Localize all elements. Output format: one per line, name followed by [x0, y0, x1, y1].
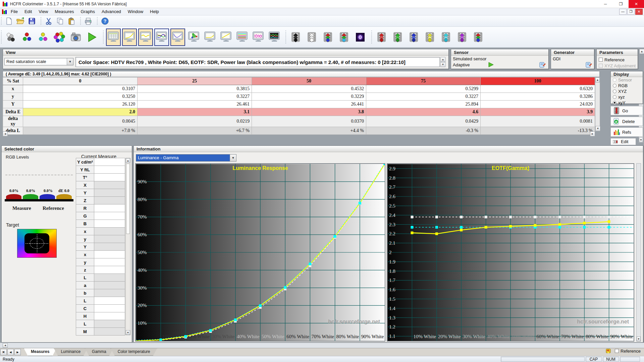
chevron-down-icon[interactable]: ▼ [67, 58, 73, 65]
pattern-cyan-button[interactable] [439, 28, 453, 46]
cell-y-75[interactable]: 25.894 [366, 101, 481, 108]
display-option-xyz[interactable]: xyz [611, 94, 643, 100]
capture-snapshot-button[interactable] [68, 28, 83, 46]
cell-delta-l-50[interactable]: +4.4 % [252, 127, 366, 135]
pattern-blue-button[interactable] [407, 28, 421, 46]
view-luminance-response-button[interactable] [122, 28, 137, 46]
tab-measures[interactable]: Measures [24, 348, 56, 356]
table-scroll-left-button[interactable]: ◄ [3, 131, 8, 136]
mdi-restore-button[interactable]: ❐ [627, 9, 635, 15]
info-spin-up-button[interactable]: ▲ [440, 57, 445, 62]
measure-secondary-colors-button[interactable] [36, 28, 51, 46]
radio-icon[interactable] [613, 84, 616, 87]
pattern-white-button[interactable] [305, 28, 319, 46]
cell-delta-xy-50[interactable]: 0.0370 [252, 116, 366, 127]
tab-gamma[interactable]: Gamma [85, 348, 113, 356]
cell-delta-e-0[interactable]: 2.0 [23, 108, 138, 116]
sat-column-header[interactable]: % Sat [3, 77, 23, 85]
hscroll-left-button[interactable]: ◄ [3, 343, 8, 348]
run-measures-button[interactable] [85, 28, 99, 46]
sensor-run-icon[interactable] [488, 62, 494, 67]
mdi-minimize-button[interactable]: — [619, 9, 627, 15]
information-scroll-down-icon[interactable]: ▼ [637, 337, 641, 341]
delete-button[interactable]: e Delete [610, 117, 643, 126]
maximize-button[interactable]: ❐ [613, 0, 629, 8]
information-scrollbar[interactable]: ▼ [636, 163, 641, 342]
prev-tab-button[interactable]: ◄ [7, 349, 14, 355]
display-option-xyy[interactable]: xyY [611, 100, 643, 106]
next-tab-button[interactable]: ► [14, 349, 21, 355]
sat-0-header[interactable]: 0 [23, 77, 138, 85]
sat-100-header[interactable]: 100 [481, 77, 595, 85]
view-cie-diagram-button[interactable] [186, 28, 201, 46]
table-scroll-right-button[interactable]: ► [590, 131, 595, 136]
pattern-yellow-button[interactable] [423, 28, 437, 46]
pattern-red-button[interactable] [374, 28, 389, 46]
cell-y-0[interactable]: 0.3250 [23, 93, 138, 101]
table-scroll-up-icon[interactable]: ▲ [595, 77, 600, 82]
radio-icon[interactable] [613, 89, 616, 93]
generator-edit-icon[interactable] [585, 61, 592, 68]
cell-y-0[interactable]: 26.120 [23, 101, 138, 108]
open-file-button[interactable] [15, 16, 25, 26]
scale-selector[interactable]: Red saturation scale ▼ [4, 58, 73, 65]
information-view-selector[interactable]: Luminance - Gamma ▼ [136, 154, 236, 162]
sat-25-header[interactable]: 25 [138, 77, 252, 85]
cell-y-25[interactable]: 0.3227 [138, 93, 252, 101]
cut-button[interactable] [44, 16, 54, 26]
measure-all-colors-button[interactable] [52, 28, 67, 46]
view-measure-grid-button[interactable] [106, 28, 121, 46]
cell-y-100[interactable]: 24.020 [481, 101, 595, 108]
cm-scroll-down-icon[interactable]: ▼ [126, 330, 130, 335]
view-noise-histogram-button[interactable] [251, 28, 266, 46]
view-gamma-histogram-button[interactable] [219, 28, 233, 46]
new-document-button[interactable] [4, 16, 14, 26]
cell-y-25[interactable]: 26.461 [138, 101, 252, 108]
parameter-reference[interactable]: Reference [599, 57, 636, 63]
menu-edit[interactable]: Edit [21, 8, 35, 15]
close-tab-button[interactable]: ✕ [0, 349, 7, 355]
cell-delta-xy-25[interactable]: 0.0219 [138, 116, 252, 127]
pattern-magenta-button[interactable] [455, 28, 470, 46]
menu-graphs[interactable]: Graphs [77, 8, 98, 15]
help-about-button[interactable]: ? [100, 16, 110, 26]
tab-luminance[interactable]: Luminance [54, 348, 88, 356]
view-spectrum-button[interactable] [267, 28, 282, 46]
cell-delta-l-25[interactable]: +6.7 % [138, 127, 252, 135]
cell-delta-xy-0[interactable]: 0.0045 [23, 116, 138, 127]
view-luminance-histogram-button[interactable] [203, 28, 217, 46]
pattern-green-button[interactable] [390, 28, 405, 46]
scroll-up-button[interactable]: ▲ [639, 49, 644, 54]
cell-delta-l-100[interactable]: -13.3 % [481, 127, 595, 135]
checkbox-icon[interactable] [599, 58, 603, 62]
radio-icon[interactable] [613, 78, 616, 82]
cm-scroll-up-icon[interactable]: ▲ [126, 158, 130, 163]
info-spin-down-button[interactable]: ▼ [440, 62, 445, 67]
close-button[interactable]: ✕ [629, 0, 644, 8]
table-scroll-down-icon[interactable]: ▼ [595, 126, 600, 131]
radio-icon[interactable] [613, 101, 616, 105]
cell-y-75[interactable]: 0.3227 [366, 93, 481, 101]
cell-delta-xy-75[interactable]: 0.0429 [366, 116, 481, 127]
display-option-rgb[interactable]: RGB [611, 83, 643, 88]
pane-scroll-down-icon[interactable]: ▼ [639, 137, 643, 142]
minimize-button[interactable]: ─ [598, 0, 613, 8]
measure-primary-colors-button[interactable] [20, 28, 35, 46]
table-vertical-scrollbar[interactable]: ▲ ▼ [595, 77, 600, 131]
menu-view[interactable]: View [35, 8, 51, 15]
pattern-rgb-button[interactable] [321, 28, 335, 46]
cell-y-50[interactable]: 0.3229 [252, 93, 366, 101]
cell-delta-l-75[interactable]: -0.3 % [366, 127, 481, 135]
sat-50-header[interactable]: 50 [252, 77, 366, 85]
cm-scroll-thumb[interactable] [126, 164, 130, 234]
view-rgb-levels-button[interactable] [154, 28, 169, 46]
tab-color-temperature[interactable]: Color temperature [111, 348, 157, 356]
cell-y-50[interactable]: 26.441 [252, 101, 366, 108]
pattern-black-button[interactable] [288, 28, 303, 46]
cell-delta-e-25[interactable]: 3.1 [138, 108, 252, 116]
sat-75-header[interactable]: 75 [366, 77, 481, 85]
cell-delta-e-75[interactable]: 4.6 [366, 108, 481, 116]
menu-help[interactable]: Help [147, 8, 162, 15]
refs-button[interactable]: Refs [610, 127, 643, 137]
cell-delta-e-50[interactable]: 3.8 [252, 108, 366, 116]
